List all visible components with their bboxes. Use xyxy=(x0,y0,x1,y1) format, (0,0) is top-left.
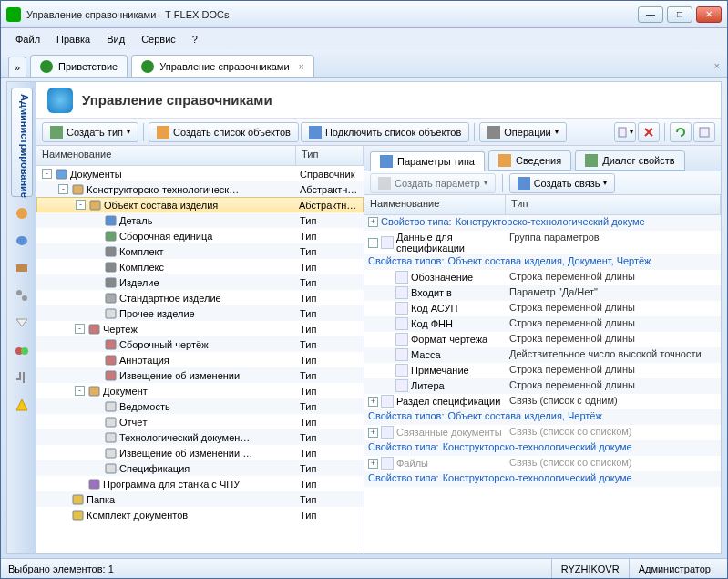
tree-row[interactable]: Сборочная единицаТип xyxy=(36,228,364,243)
tree-row[interactable]: Прочее изделиеТип xyxy=(36,305,364,321)
property-row[interactable]: Код АСУПСтрока переменной длины xyxy=(364,301,721,316)
tree-row[interactable]: -Объект состава изделияАбстрактн… xyxy=(36,197,364,212)
create-list-button[interactable]: Создать список объектов xyxy=(149,122,299,142)
toolbar-icon-delete[interactable] xyxy=(638,122,660,142)
expand-icon[interactable]: + xyxy=(368,397,378,407)
tree-row[interactable]: АннотацияТип xyxy=(36,352,364,367)
tree-row[interactable]: Комплект документовТип xyxy=(36,507,364,522)
menu-view[interactable]: Вид xyxy=(99,32,132,47)
tab-type-params[interactable]: Параметры типа xyxy=(370,151,485,171)
create-type-button[interactable]: Создать тип▾ xyxy=(42,122,138,142)
tab-dialog[interactable]: Диалог свойств xyxy=(575,150,684,171)
expand-icon[interactable]: + xyxy=(368,428,378,438)
property-row[interactable]: +Свойство типа: Конструкторско-технологи… xyxy=(364,215,721,231)
col-header-name[interactable]: Наименование xyxy=(364,195,506,214)
property-row[interactable]: Свойство типа: Конструкторско-технологич… xyxy=(364,471,721,487)
sidebar-icon-5[interactable] xyxy=(11,312,33,334)
property-row[interactable]: ПримечаниеСтрока переменной длины xyxy=(364,363,721,378)
tree-row[interactable]: ИзделиеТип xyxy=(36,274,364,290)
property-row[interactable]: +Связанные документыСвязь (список со спи… xyxy=(364,425,721,440)
expand-icon[interactable]: + xyxy=(368,217,378,227)
tree-row[interactable]: КомплексТип xyxy=(36,259,364,274)
property-row[interactable]: +ФайлыСвязь (список со списком) xyxy=(364,456,721,471)
toolbar-icon-props[interactable] xyxy=(693,122,715,142)
tree-row[interactable]: -ДокументыСправочник xyxy=(36,166,364,181)
tree-row[interactable]: Программа для станка с ЧПУТип xyxy=(36,476,364,491)
prop-link-value[interactable]: Объект состава изделия, Чертёж xyxy=(445,410,721,421)
property-row[interactable]: Свойства типов: Объект состава изделия, … xyxy=(364,409,721,425)
sidebar-icon-1[interactable] xyxy=(11,202,33,224)
create-param-button[interactable]: Создать параметр▾ xyxy=(370,173,496,193)
sidebar-icon-3[interactable] xyxy=(11,257,33,279)
tree-row[interactable]: Стандартное изделиеТип xyxy=(36,290,364,305)
tree-row[interactable]: Технологический докумен…Тип xyxy=(36,429,364,445)
close-button[interactable]: ✕ xyxy=(696,6,722,23)
expand-icon[interactable]: - xyxy=(75,324,85,334)
tree-row[interactable]: Извещение об изменении …Тип xyxy=(36,445,364,460)
expand-icon[interactable]: - xyxy=(368,238,378,248)
doc-tab-welcome[interactable]: Приветствие xyxy=(30,55,128,77)
tree-row[interactable]: -Конструкторско-технологическ…Абстрактн… xyxy=(36,181,364,197)
tree-row[interactable]: СпецификацияТип xyxy=(36,460,364,476)
menu-help[interactable]: ? xyxy=(185,32,205,47)
tree-row[interactable]: КомплектТип xyxy=(36,243,364,259)
property-row[interactable]: ЛитераСтрока переменной длины xyxy=(364,378,721,394)
sidebar-icon-4[interactable] xyxy=(11,284,33,306)
property-row[interactable]: Входит вПараметр "Да/Нет" xyxy=(364,285,721,301)
tree-row[interactable]: -ЧертёжТип xyxy=(36,321,364,336)
tree-row[interactable]: ОтчётТип xyxy=(36,414,364,429)
tree-row[interactable]: ПапкаТип xyxy=(36,491,364,507)
property-row[interactable]: Формат чертежаСтрока переменной длины xyxy=(364,332,721,347)
node-icon xyxy=(71,493,84,506)
col-header-type[interactable]: Тип xyxy=(296,146,364,165)
menu-service[interactable]: Сервис xyxy=(134,32,183,47)
tree-row[interactable]: Сборочный чертёжТип xyxy=(36,336,364,352)
sidebar-icon-8[interactable] xyxy=(11,394,33,416)
prop-link-value[interactable]: Объект состава изделия, Документ, Чертёж xyxy=(445,255,721,266)
property-row[interactable]: Код ФННСтрока переменной длины xyxy=(364,316,721,332)
sidebar-tab-admin[interactable]: Администрирование xyxy=(11,88,33,197)
tab-scroll-left[interactable]: » xyxy=(8,57,26,77)
sidebar-icon-7[interactable] xyxy=(11,367,33,388)
tree-row[interactable]: ВедомостьТип xyxy=(36,398,364,414)
sidebar-icon-2[interactable] xyxy=(11,230,33,252)
expand-icon[interactable]: - xyxy=(75,386,85,396)
property-row[interactable]: -Данные для спецификацииГруппа параметро… xyxy=(364,231,721,254)
connect-list-button[interactable]: Подключить список объектов xyxy=(301,122,469,142)
close-all-icon[interactable]: × xyxy=(714,60,720,71)
create-link-button[interactable]: Создать связь▾ xyxy=(509,173,616,193)
maximize-button[interactable]: □ xyxy=(667,6,692,23)
tab-info[interactable]: Сведения xyxy=(488,150,571,171)
tree-row[interactable]: ДетальТип xyxy=(36,212,364,228)
minimize-button[interactable]: — xyxy=(638,6,663,23)
property-row[interactable]: МассаДействительное число высокой точнос… xyxy=(364,347,721,363)
tree-body[interactable]: -ДокументыСправочник-Конструкторско-техн… xyxy=(36,166,364,553)
operations-button[interactable]: Операции▾ xyxy=(479,122,566,142)
menu-edit[interactable]: Правка xyxy=(49,32,97,47)
toolbar-icon-refresh[interactable] xyxy=(670,122,692,142)
expand-icon[interactable]: - xyxy=(58,184,68,194)
prop-link-value[interactable]: Конструкторско-технологический докуме xyxy=(439,441,721,452)
prop-link-value[interactable]: Конструкторско-технологический докуме xyxy=(439,472,721,483)
col-header-type[interactable]: Тип xyxy=(506,195,721,214)
col-header-name[interactable]: Наименование xyxy=(36,146,296,165)
property-row[interactable]: Свойство типа: Конструкторско-технологич… xyxy=(364,440,721,456)
prop-link-value[interactable]: Конструкторско-технологический докуме xyxy=(452,216,721,227)
doc-tab-refs[interactable]: Управление справочниками × xyxy=(131,55,314,77)
expand-icon[interactable]: - xyxy=(76,200,86,210)
tree-row[interactable]: Извещение об измененииТип xyxy=(36,367,364,383)
property-list[interactable]: +Свойство типа: Конструкторско-технологи… xyxy=(364,215,721,553)
node-icon xyxy=(71,183,84,196)
close-icon[interactable]: × xyxy=(299,61,304,72)
prop-label: Код АСУП xyxy=(411,303,457,314)
menu-file[interactable]: Файл xyxy=(8,32,47,47)
left-tree-pane: Наименование Тип -ДокументыСправочник-Ко… xyxy=(36,146,364,553)
property-row[interactable]: +Раздел спецификацииСвязь (список с одни… xyxy=(364,394,721,409)
expand-icon[interactable]: + xyxy=(368,459,378,469)
toolbar-icon-copy[interactable]: ▾ xyxy=(614,122,636,142)
expand-icon[interactable]: - xyxy=(42,169,52,179)
tree-row[interactable]: -ДокументТип xyxy=(36,383,364,398)
sidebar-icon-6[interactable] xyxy=(11,339,33,361)
property-row[interactable]: Свойства типов: Объект состава изделия, … xyxy=(364,254,721,270)
property-row[interactable]: ОбозначениеСтрока переменной длины xyxy=(364,270,721,285)
